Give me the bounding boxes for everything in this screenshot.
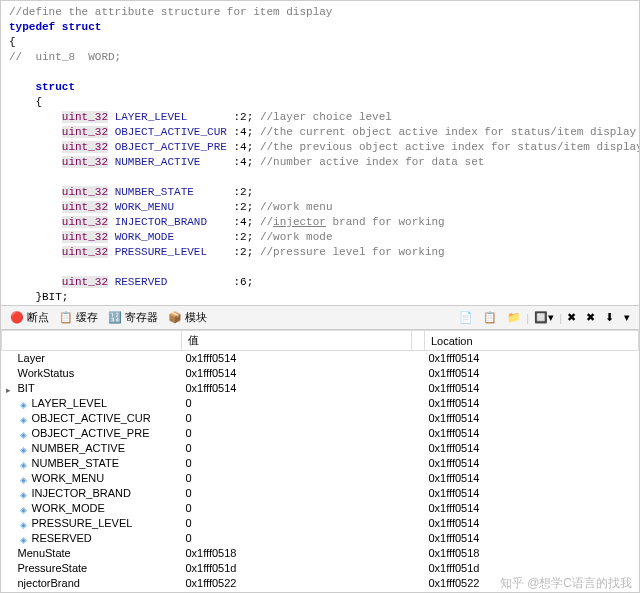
- code-line: uint_32 PRESSURE_LEVEL :2; //pressure le…: [9, 245, 631, 260]
- modules-icon: 📦: [168, 311, 182, 325]
- code-line: uint_32 OBJECT_ACTIVE_CUR :4; //the curr…: [9, 125, 631, 140]
- tool-icon[interactable]: ⬇: [600, 309, 619, 326]
- table-row[interactable]: ◈WORK_MODE00x1fff0514: [2, 501, 639, 516]
- code-line: uint_32 INJECTOR_BRAND :4; //injector br…: [9, 215, 631, 230]
- code-line: {: [9, 35, 631, 50]
- cache-tab[interactable]: 📋缓存: [54, 308, 103, 327]
- field-icon: [6, 550, 15, 559]
- code-line: uint_32 LAYER_LEVEL :2; //layer choice l…: [9, 110, 631, 125]
- breakpoints-tab[interactable]: 🔴断点: [5, 308, 54, 327]
- menu-icon[interactable]: ▾: [619, 309, 635, 326]
- code-editor[interactable]: //define the attribute structure for ite…: [0, 0, 640, 306]
- table-row[interactable]: ◈INJECTOR_BRAND00x1fff0514: [2, 486, 639, 501]
- code-line: uint_32 OBJECT_ACTIVE_PRE :4; //the prev…: [9, 140, 631, 155]
- field-icon: ◈: [20, 505, 29, 514]
- field-icon: [6, 370, 15, 379]
- code-line: [9, 170, 631, 185]
- debug-toolbar: 🔴断点 📋缓存 🔢寄存器 📦模块 📄 📋 📁 | 🔲▾ | ✖ ✖ ⬇ ▾: [0, 306, 640, 330]
- table-row[interactable]: ◈OBJECT_ACTIVE_PRE00x1fff0514: [2, 426, 639, 441]
- code-line: uint_32 WORK_MENU :2; //work menu: [9, 200, 631, 215]
- table-row[interactable]: Layer0x1fff05140x1fff0514: [2, 351, 639, 366]
- tool-icon[interactable]: ✖: [581, 309, 600, 326]
- col-value[interactable]: 值: [182, 331, 412, 351]
- col-location[interactable]: Location: [425, 331, 639, 351]
- modules-tab[interactable]: 📦模块: [163, 308, 212, 327]
- field-icon: ◈: [20, 445, 29, 454]
- table-row[interactable]: ▸BIT0x1fff05140x1fff0514: [2, 381, 639, 396]
- code-line: [9, 65, 631, 80]
- field-icon: ◈: [20, 490, 29, 499]
- table-row[interactable]: PressureState0x1fff051d0x1fff051d: [2, 561, 639, 576]
- code-line: // uint_8 WORD;: [9, 50, 631, 65]
- tool-icon[interactable]: 📋: [478, 309, 502, 326]
- table-row[interactable]: MenuState0x1fff05180x1fff0518: [2, 546, 639, 561]
- table-row[interactable]: ◈NUMBER_STATE00x1fff0514: [2, 456, 639, 471]
- cache-icon: 📋: [59, 311, 73, 325]
- code-line: struct: [9, 80, 631, 95]
- table-row[interactable]: ◈RESERVED00x1fff0514: [2, 531, 639, 546]
- table-row[interactable]: ◈WORK_MENU00x1fff0514: [2, 471, 639, 486]
- watch-table[interactable]: 值 Location Layer0x1fff05140x1fff0514Work…: [0, 330, 640, 593]
- code-line: uint_32 RESERVED :6;: [9, 275, 631, 290]
- registers-icon: 🔢: [108, 311, 122, 325]
- field-icon: ◈: [20, 475, 29, 484]
- field-icon: [6, 580, 15, 589]
- table-row[interactable]: ◈NUMBER_ACTIVE00x1fff0514: [2, 441, 639, 456]
- col-sep: [412, 331, 425, 351]
- field-icon: [6, 355, 15, 364]
- field-icon: ◈: [20, 460, 29, 469]
- col-name[interactable]: [2, 331, 182, 351]
- tool-icon[interactable]: 🔲▾: [529, 309, 559, 326]
- code-line: [9, 260, 631, 275]
- field-icon: ◈: [20, 400, 29, 409]
- breakpoint-icon: 🔴: [10, 311, 24, 325]
- tool-icon[interactable]: ✖: [562, 309, 581, 326]
- code-line: typedef struct: [9, 20, 631, 35]
- code-line: //define the attribute structure for ite…: [9, 5, 631, 20]
- code-line: uint_32 WORK_MODE :2; //work mode: [9, 230, 631, 245]
- field-icon: ◈: [20, 535, 29, 544]
- code-line: uint_32 NUMBER_STATE :2;: [9, 185, 631, 200]
- expand-icon[interactable]: ▸: [6, 385, 15, 394]
- table-row[interactable]: ◈LAYER_LEVEL00x1fff0514: [2, 396, 639, 411]
- registers-tab[interactable]: 🔢寄存器: [103, 308, 163, 327]
- table-row[interactable]: njectorBrand0x1fff05220x1fff0522: [2, 576, 639, 591]
- field-icon: [6, 565, 15, 574]
- code-line: uint_32 NUMBER_ACTIVE :4; //number activ…: [9, 155, 631, 170]
- code-line: {: [9, 95, 631, 110]
- code-line: }BIT;: [9, 290, 631, 305]
- field-icon: ◈: [20, 415, 29, 424]
- tool-icon[interactable]: 📄: [454, 309, 478, 326]
- field-icon: ◈: [20, 520, 29, 529]
- table-row[interactable]: ◈OBJECT_ACTIVE_CUR00x1fff0514: [2, 411, 639, 426]
- field-icon: ◈: [20, 430, 29, 439]
- table-row[interactable]: ◈PRESSURE_LEVEL00x1fff0514: [2, 516, 639, 531]
- tool-icon[interactable]: 📁: [502, 309, 526, 326]
- table-row[interactable]: WorkStatus0x1fff05140x1fff0514: [2, 366, 639, 381]
